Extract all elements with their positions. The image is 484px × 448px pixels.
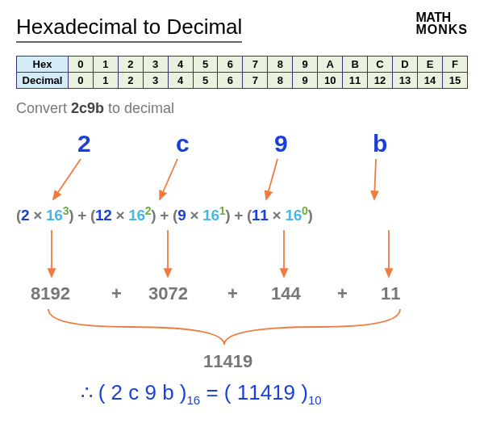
plus-icon: + — [111, 283, 122, 304]
table-row: Decimal 0 1 2 3 4 5 6 7 8 9 10 11 12 13 … — [17, 73, 468, 89]
logo-line2: MONKS — [415, 23, 468, 36]
hex-digit-9: 9 — [274, 130, 288, 157]
product-3072: 3072 — [148, 283, 188, 304]
therefore-symbol: ∴ — [81, 382, 98, 404]
product-144: 144 — [271, 283, 301, 304]
prompt: Convert 2c9b to decimal — [16, 100, 468, 117]
prompt-prefix: Convert — [16, 100, 71, 116]
svg-line-3 — [374, 159, 376, 199]
expansion-row: (2 × 163) + (12 × 162) + (9 × 161) + (11… — [16, 204, 312, 224]
prompt-suffix: to decimal — [104, 100, 174, 116]
plus-icon: + — [227, 283, 238, 304]
hex-digit-2: 2 — [77, 130, 91, 157]
prompt-value: 2c9b — [71, 100, 104, 116]
hex-table: Hex 0 1 2 3 4 5 6 7 8 9 A B C D E F Deci… — [16, 56, 468, 89]
hex-digit-b: b — [373, 130, 387, 157]
arrows-overlay — [16, 119, 468, 425]
logo: MATH MONKS — [415, 11, 468, 36]
page-title: Hexadecimal to Decimal — [16, 15, 242, 43]
logo-line1: MATH — [415, 11, 468, 23]
decimal-header: Decimal — [17, 73, 69, 89]
table-row: Hex 0 1 2 3 4 5 6 7 8 9 A B C D E F — [17, 57, 468, 73]
final-equation: ∴ ( 2 c 9 b )16 = ( 11419 )10 — [81, 380, 322, 407]
hex-header: Hex — [17, 57, 69, 73]
svg-line-0 — [53, 159, 81, 199]
product-8192: 8192 — [31, 283, 70, 304]
hex-digit-c: c — [176, 130, 190, 157]
svg-line-2 — [266, 159, 277, 199]
diagram-stage: 2 c 9 b (2 × 163) + (12 × 162) + (9 × 16… — [16, 119, 468, 425]
sum-value: 11419 — [203, 351, 252, 372]
plus-icon: + — [337, 283, 348, 304]
svg-line-1 — [160, 159, 177, 199]
product-11: 11 — [381, 283, 400, 304]
